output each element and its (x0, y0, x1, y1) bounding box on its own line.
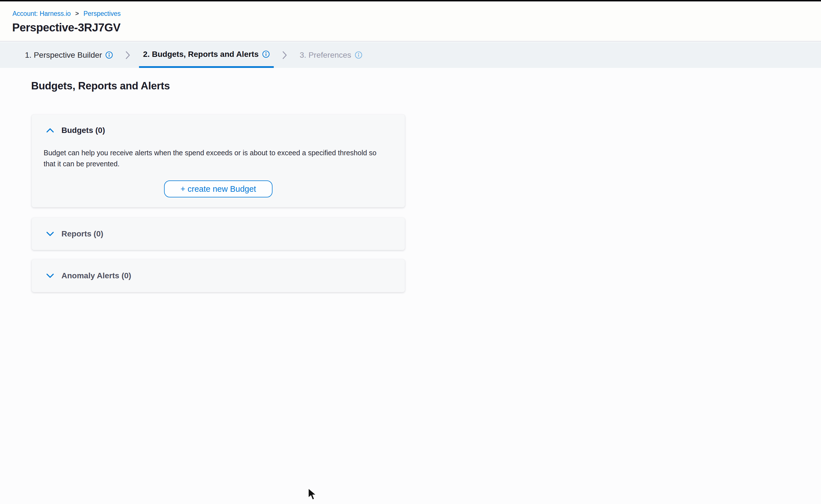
tab-label: 3. Preferences (300, 51, 351, 60)
create-new-budget-button[interactable]: + create new Budget (164, 180, 273, 197)
tab-preferences[interactable]: 3. Preferences (296, 42, 366, 68)
mouse-cursor (308, 488, 318, 501)
breadcrumb-separator: > (75, 9, 79, 18)
tab-budgets-reports-alerts[interactable]: 2. Budgets, Reports and Alerts (139, 42, 274, 68)
tab-perspective-builder[interactable]: 1. Perspective Builder (21, 42, 117, 68)
info-icon[interactable] (355, 51, 362, 59)
tab-label: 1. Perspective Builder (25, 51, 102, 60)
tab-label: 2. Budgets, Reports and Alerts (143, 50, 259, 59)
anomaly-alerts-collapse-toggle[interactable]: Anomaly Alerts (0) (32, 259, 405, 292)
budgets-description-line1: Budget can help you receive alerts when … (44, 149, 377, 157)
reports-card-title: Reports (0) (61, 229, 103, 238)
chevron-down-icon (46, 231, 54, 236)
section-heading: Budgets, Reports and Alerts (31, 80, 170, 92)
breadcrumb-perspectives-link[interactable]: Perspectives (83, 9, 121, 18)
page-title: Perspective-3RJ7GV (12, 21, 120, 34)
budgets-card-title: Budgets (0) (61, 126, 105, 135)
anomaly-alerts-card-title: Anomaly Alerts (0) (61, 271, 131, 280)
breadcrumb-account-link[interactable]: Account: Harness.io (12, 9, 71, 18)
chevron-down-icon (46, 273, 54, 278)
reports-collapse-toggle[interactable]: Reports (0) (32, 218, 405, 250)
chevron-right-icon (282, 51, 287, 59)
budgets-collapse-toggle[interactable]: Budgets (0) (46, 126, 105, 135)
breadcrumb: Account: Harness.io > Perspectives (12, 9, 121, 18)
reports-card: Reports (0) (32, 218, 405, 250)
chevron-right-icon (125, 51, 130, 59)
budgets-card: Budgets (0) Budget can help you receive … (32, 115, 405, 207)
budgets-description: Budget can help you receive alerts when … (44, 147, 377, 169)
chevron-up-icon (46, 128, 54, 133)
budgets-description-line2: that it can be prevented. (44, 160, 119, 168)
info-icon[interactable] (105, 51, 113, 59)
info-icon[interactable] (262, 50, 270, 58)
page-header: Account: Harness.io > Perspectives Persp… (0, 1, 821, 42)
wizard-tabbar: 1. Perspective Builder 2. Budgets, Repor… (0, 42, 821, 68)
anomaly-alerts-card: Anomaly Alerts (0) (32, 259, 405, 292)
app-screen: Account: Harness.io > Perspectives Persp… (0, 0, 821, 504)
